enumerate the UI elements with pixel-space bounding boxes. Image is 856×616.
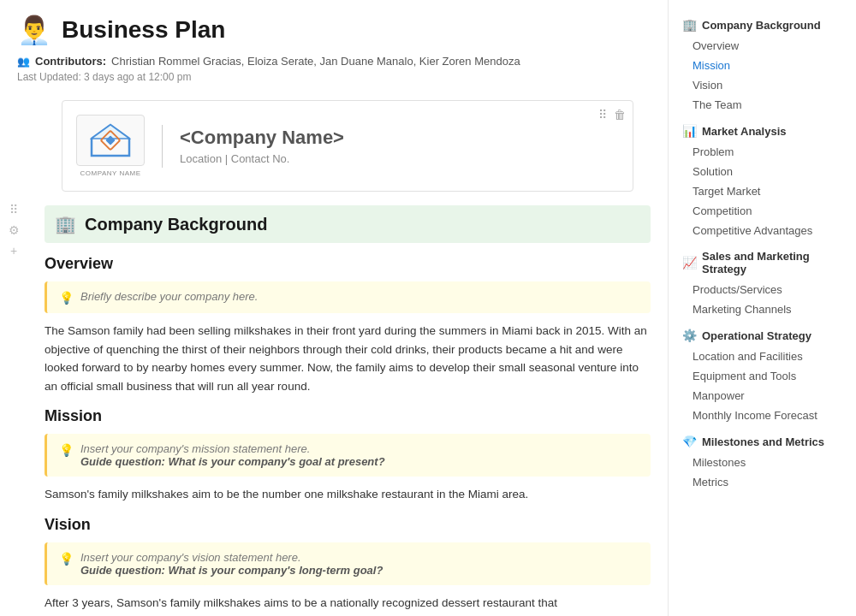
company-location[interactable]: Location | Contact No. bbox=[180, 152, 344, 165]
nav-section-sales: 📈 Sales and Marketing Strategy Products/… bbox=[669, 246, 856, 319]
overview-body: The Samson family had been selling milks… bbox=[45, 322, 651, 395]
vision-hint-line2: Guide question: What is your company's l… bbox=[80, 564, 383, 577]
vision-bulb-icon: 💡 bbox=[59, 552, 74, 566]
nav-item-manpower[interactable]: Manpower bbox=[669, 386, 856, 406]
nav-item-solution[interactable]: Solution bbox=[669, 162, 856, 181]
nav-section-sales-header: 📈 Sales and Marketing Strategy bbox=[669, 246, 856, 280]
nav-item-equipment[interactable]: Equipment and Tools bbox=[669, 366, 856, 386]
nav-item-location[interactable]: Location and Facilities bbox=[669, 346, 856, 366]
vision-hint-line1: Insert your company's vision statement h… bbox=[80, 551, 383, 564]
company-name[interactable]: <Company Name> bbox=[180, 127, 344, 149]
nav-item-mission[interactable]: Mission bbox=[669, 56, 856, 75]
nav-market-emoji: 📊 bbox=[682, 124, 697, 138]
mission-hint-line1: Insert your company's mission statement … bbox=[80, 442, 385, 455]
logo-divider bbox=[162, 125, 163, 168]
vision-body: After 3 years, Samson's family milkshake… bbox=[45, 594, 651, 613]
nav-item-products-services[interactable]: Products/Services bbox=[669, 280, 856, 299]
mission-bulb-icon: 💡 bbox=[59, 443, 74, 457]
overview-hint-box: 💡 Briefly describe your company here. bbox=[45, 281, 651, 313]
nav-market-label: Market Analysis bbox=[702, 125, 787, 138]
nav-section-market-header: 📊 Market Analysis bbox=[669, 120, 856, 142]
delete-icon[interactable]: 🗑 bbox=[614, 108, 626, 121]
contributors-list: Christian Rommel Gracias, Eloiza Serate,… bbox=[111, 55, 520, 68]
left-controls: ⠿ ⚙ + bbox=[0, 100, 27, 616]
nav-section-company-header: 🏢 Company Background bbox=[669, 14, 856, 36]
company-background-header: 🏢 Company Background bbox=[45, 205, 651, 243]
grid-icon[interactable]: ⠿ bbox=[598, 108, 607, 121]
logo-box bbox=[76, 115, 145, 166]
overview-hint: Briefly describe your company here. bbox=[80, 290, 258, 303]
nav-item-problem[interactable]: Problem bbox=[669, 142, 856, 162]
nav-company-emoji: 🏢 bbox=[682, 18, 697, 32]
settings-icon[interactable]: ⚙ bbox=[9, 223, 20, 237]
nav-item-overview[interactable]: Overview bbox=[669, 36, 856, 56]
nav-item-vision[interactable]: Vision bbox=[669, 75, 856, 95]
nav-item-the-team[interactable]: The Team bbox=[669, 95, 856, 115]
right-sidebar: 🏢 Company Background Overview Mission Vi… bbox=[668, 0, 856, 616]
logo-label: COMPANY NAME bbox=[80, 169, 140, 177]
mission-hint-line2: Guide question: What is your company's g… bbox=[80, 455, 385, 468]
page-emoji: 👨‍💼 bbox=[17, 14, 51, 46]
nav-section-operational: ⚙️ Operational Strategy Location and Fac… bbox=[669, 324, 856, 425]
mission-title: Mission bbox=[45, 407, 651, 425]
nav-section-milestones-header: 💎 Milestones and Metrics bbox=[669, 430, 856, 453]
nav-milestones-label: Milestones and Metrics bbox=[702, 435, 824, 448]
nav-item-monthly-income[interactable]: Monthly Income Forecast bbox=[669, 406, 856, 425]
contributors-label: Contributors: bbox=[35, 55, 106, 68]
vision-title: Vision bbox=[45, 516, 651, 534]
contributors-icon: 👥 bbox=[17, 56, 30, 68]
drag-icon[interactable]: ⠿ bbox=[9, 203, 18, 216]
nav-section-operational-header: ⚙️ Operational Strategy bbox=[669, 324, 856, 346]
overview-title: Overview bbox=[45, 255, 651, 273]
logo-section: ⠿ 🗑 bbox=[62, 100, 633, 192]
nav-item-competition[interactable]: Competition bbox=[669, 201, 856, 221]
nav-milestones-emoji: 💎 bbox=[682, 435, 697, 448]
nav-item-milestones[interactable]: Milestones bbox=[669, 453, 856, 472]
company-background-title: Company Background bbox=[85, 215, 267, 234]
nav-item-competitive-advantages[interactable]: Competitive Advantages bbox=[669, 221, 856, 240]
nav-sales-emoji: 📈 bbox=[682, 256, 697, 270]
nav-section-market: 📊 Market Analysis Problem Solution Targe… bbox=[669, 120, 856, 240]
main-content[interactable]: 👨‍💼 Business Plan 👥 Contributors: Christ… bbox=[0, 0, 668, 616]
nav-company-label: Company Background bbox=[702, 19, 821, 32]
add-icon[interactable]: + bbox=[10, 244, 17, 258]
nav-item-target-market[interactable]: Target Market bbox=[669, 181, 856, 201]
logo-area: COMPANY NAME bbox=[76, 115, 145, 177]
header-area: 👨‍💼 Business Plan 👥 Contributors: Christ… bbox=[0, 0, 668, 100]
content-area: ⠿ 🗑 bbox=[27, 100, 668, 616]
nav-section-milestones: 💎 Milestones and Metrics Milestones Metr… bbox=[669, 430, 856, 492]
vision-hint-box: 💡 Insert your company's vision statement… bbox=[45, 542, 651, 585]
mission-body: Samson's family milkshakes aim to be the… bbox=[45, 485, 651, 504]
nav-section-company: 🏢 Company Background Overview Mission Vi… bbox=[669, 14, 856, 115]
nav-operational-label: Operational Strategy bbox=[702, 329, 811, 342]
nav-item-marketing-channels[interactable]: Marketing Channels bbox=[669, 299, 856, 319]
hint-bulb-icon: 💡 bbox=[59, 291, 74, 305]
company-info: <Company Name> Location | Contact No. bbox=[180, 127, 344, 165]
nav-operational-emoji: ⚙️ bbox=[682, 329, 697, 342]
nav-sales-label: Sales and Marketing Strategy bbox=[702, 250, 842, 275]
page-title: Business Plan bbox=[62, 16, 225, 44]
company-background-emoji: 🏢 bbox=[55, 214, 76, 234]
mission-hint-box: 💡 Insert your company's mission statemen… bbox=[45, 434, 651, 477]
nav-item-metrics[interactable]: Metrics bbox=[669, 472, 856, 492]
last-updated: Last Updated: 3 days ago at 12:00 pm bbox=[17, 71, 651, 83]
